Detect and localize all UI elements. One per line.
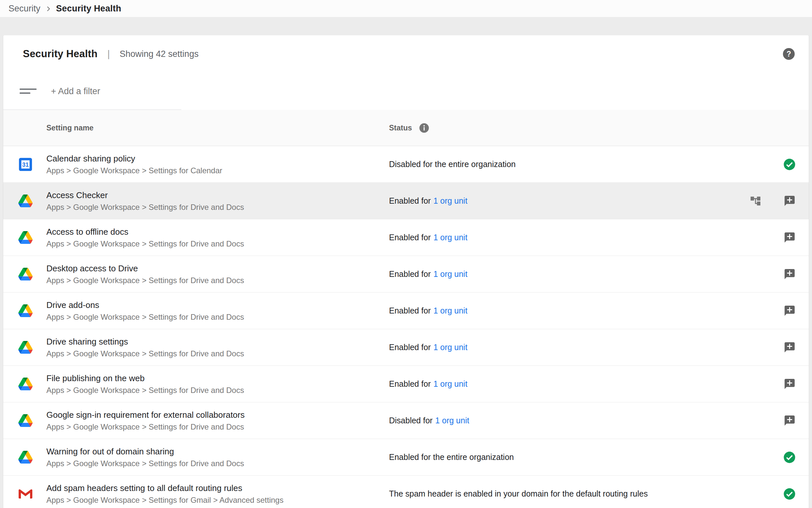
org-tree-icon[interactable] — [750, 195, 761, 207]
recommendation-badge-icon[interactable] — [783, 415, 796, 427]
recommendation-badge-icon[interactable] — [783, 195, 796, 207]
status-text: Enabled for the entire organization — [389, 453, 514, 462]
column-header-setting-name: Setting name — [46, 124, 389, 132]
setting-name: Desktop access to Drive — [46, 263, 389, 273]
info-icon[interactable] — [419, 123, 429, 133]
google-drive-icon — [18, 231, 33, 244]
recommendation-badge-icon[interactable] — [783, 341, 796, 353]
setting-name: Google sign-in requirement for external … — [46, 410, 389, 420]
breadcrumb: Security Security Health — [0, 0, 812, 17]
svg-text:?: ? — [786, 50, 791, 58]
status-ok-icon — [783, 451, 796, 464]
table-row[interactable]: Add spam headers setting to all default … — [3, 476, 809, 508]
gmail-icon — [18, 489, 32, 499]
breadcrumb-security-health: Security Health — [56, 4, 122, 14]
org-unit-link[interactable]: 1 org unit — [433, 379, 467, 388]
table-row[interactable]: Drive add-ons Apps > Google Workspace > … — [3, 293, 809, 329]
title-divider: | — [107, 49, 110, 59]
status-text: Enabled for — [389, 343, 431, 352]
setting-path: Apps > Google Workspace > Settings for C… — [46, 166, 389, 175]
card-header: Security Health | Showing 42 settings ? — [3, 35, 809, 73]
google-drive-icon — [18, 195, 33, 207]
setting-name: File publishing on the web — [46, 373, 389, 383]
status-text: Enabled for — [389, 269, 431, 279]
status-text: Enabled for — [389, 196, 431, 205]
status-text: Enabled for — [389, 306, 431, 315]
setting-name: Drive add-ons — [46, 300, 389, 310]
security-health-card: Security Health | Showing 42 settings ? … — [3, 35, 809, 508]
page-title: Security Health — [23, 48, 98, 60]
status-ok-icon — [783, 488, 796, 500]
recommendation-badge-icon[interactable] — [783, 378, 796, 390]
table-row[interactable]: Access to offline docs Apps > Google Wor… — [3, 219, 809, 256]
google-drive-icon — [18, 378, 33, 390]
setting-name: Access to offline docs — [46, 227, 389, 237]
status-text: The spam header is enabled in your domai… — [389, 489, 648, 498]
org-unit-link[interactable]: 1 org unit — [433, 269, 467, 279]
google-drive-icon — [18, 414, 33, 427]
status-text: Enabled for — [389, 233, 431, 242]
breadcrumb-security[interactable]: Security — [8, 4, 41, 14]
org-unit-link[interactable]: 1 org unit — [433, 306, 467, 315]
setting-name: Access Checker — [46, 190, 389, 200]
recommendation-badge-icon[interactable] — [783, 231, 796, 244]
table-row[interactable]: 31 Calendar sharing policy Apps > Google… — [3, 146, 809, 183]
help-icon[interactable]: ? — [782, 48, 795, 60]
setting-path: Apps > Google Workspace > Settings for G… — [46, 496, 389, 505]
org-unit-link[interactable]: 1 org unit — [435, 416, 469, 425]
setting-path: Apps > Google Workspace > Settings for D… — [46, 386, 389, 395]
filter-bar: + Add a filter — [3, 73, 809, 110]
setting-name: Calendar sharing policy — [46, 154, 389, 164]
table-row[interactable]: Warning for out of domain sharing Apps >… — [3, 439, 809, 476]
table-row[interactable]: Desktop access to Drive Apps > Google Wo… — [3, 256, 809, 293]
settings-table-body: 31 Calendar sharing policy Apps > Google… — [3, 146, 809, 508]
setting-path: Apps > Google Workspace > Settings for D… — [46, 459, 389, 468]
table-header-row: Setting name Status — [3, 110, 809, 146]
security-health-page: Security Security Health Security Health… — [0, 0, 812, 508]
org-unit-link[interactable]: 1 org unit — [433, 196, 467, 205]
setting-path: Apps > Google Workspace > Settings for D… — [46, 276, 389, 285]
chevron-right-icon — [44, 5, 52, 13]
column-header-status: Status — [389, 124, 412, 132]
table-row[interactable]: Access Checker Apps > Google Workspace >… — [3, 183, 809, 219]
setting-path: Apps > Google Workspace > Settings for D… — [46, 312, 389, 322]
org-unit-link[interactable]: 1 org unit — [433, 233, 467, 242]
settings-count: Showing 42 settings — [120, 49, 199, 59]
table-row[interactable]: Google sign-in requirement for external … — [3, 403, 809, 439]
setting-name: Add spam headers setting to all default … — [46, 483, 389, 493]
google-drive-icon — [18, 268, 33, 281]
google-drive-icon — [18, 304, 33, 317]
status-text: Enabled for — [389, 379, 431, 388]
setting-path: Apps > Google Workspace > Settings for D… — [46, 239, 389, 248]
setting-path: Apps > Google Workspace > Settings for D… — [46, 203, 389, 212]
add-filter-button[interactable]: + Add a filter — [51, 86, 100, 96]
setting-name: Warning for out of domain sharing — [46, 447, 389, 457]
status-text: Disabled for — [389, 416, 432, 425]
svg-text:31: 31 — [22, 162, 29, 168]
google-calendar-icon: 31 — [18, 158, 32, 171]
recommendation-badge-icon[interactable] — [783, 305, 796, 317]
setting-path: Apps > Google Workspace > Settings for D… — [46, 422, 389, 431]
setting-name: Drive sharing settings — [46, 337, 389, 347]
setting-path: Apps > Google Workspace > Settings for D… — [46, 349, 389, 358]
table-row[interactable]: File publishing on the web Apps > Google… — [3, 366, 809, 403]
status-text: Disabled for the entire organization — [389, 160, 516, 169]
google-drive-icon — [18, 451, 33, 464]
recommendation-badge-icon[interactable] — [783, 268, 796, 280]
google-drive-icon — [18, 341, 33, 354]
table-row[interactable]: Drive sharing settings Apps > Google Wor… — [3, 329, 809, 366]
filter-icon[interactable] — [19, 86, 37, 96]
org-unit-link[interactable]: 1 org unit — [433, 343, 467, 352]
status-ok-icon — [783, 158, 796, 171]
